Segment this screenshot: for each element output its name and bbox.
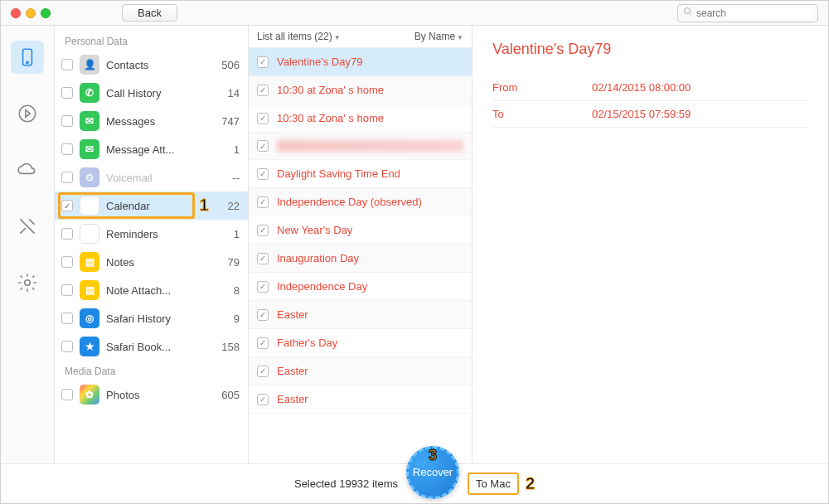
category-icon: ✉ xyxy=(80,111,99,131)
music-tab-icon[interactable] xyxy=(11,97,44,130)
detail-row: To02/15/2015 07:59:59 xyxy=(492,101,808,128)
category-reminders[interactable]: ≡Reminders1 xyxy=(55,220,248,248)
item-checkbox[interactable]: ✓ xyxy=(257,85,269,96)
item-checkbox[interactable]: ✓ xyxy=(257,281,269,293)
category-count: 158 xyxy=(210,341,240,353)
category-checkbox[interactable] xyxy=(61,87,73,99)
item-checkbox[interactable]: ✓ xyxy=(257,56,269,68)
category-count: 1 xyxy=(210,228,240,240)
list-item[interactable]: ✓Father's Day xyxy=(249,329,472,357)
list-item[interactable]: ✓ xyxy=(249,133,472,160)
category-count: -- xyxy=(210,172,240,184)
category-label: Messages xyxy=(106,115,203,128)
detail-key: To xyxy=(492,108,592,120)
detail-key: From xyxy=(492,81,592,94)
category-checkbox[interactable] xyxy=(61,313,73,324)
list-item[interactable]: ✓New Year's Day xyxy=(249,216,472,245)
item-checkbox[interactable]: ✓ xyxy=(257,168,269,180)
category-label: Message Att... xyxy=(106,143,203,156)
category-count: 747 xyxy=(210,115,240,128)
tools-tab-icon[interactable] xyxy=(11,210,44,243)
category-voicemail[interactable]: ⊙Voicemail-- xyxy=(55,163,248,191)
list-item[interactable]: ✓Easter xyxy=(249,385,472,414)
list-filter-dropdown[interactable]: List all items (22)▼ xyxy=(257,31,414,42)
search-input[interactable] xyxy=(696,7,812,19)
close-icon[interactable] xyxy=(11,8,21,18)
category-count: 8 xyxy=(210,284,240,297)
item-checkbox[interactable]: ✓ xyxy=(257,309,269,321)
category-contacts[interactable]: 👤Contacts506 xyxy=(55,51,248,79)
to-mac-dropdown[interactable]: To Mac xyxy=(468,472,519,495)
item-text: Easter xyxy=(277,365,308,377)
annotation-badge-2: 2 xyxy=(526,474,535,493)
list-item[interactable]: ✓Independence Day xyxy=(249,273,472,301)
category-messages[interactable]: ✉Messages747 xyxy=(55,107,248,135)
detail-value: 02/15/2015 07:59:59 xyxy=(592,108,691,120)
category-checkbox[interactable] xyxy=(61,115,73,127)
redacted-text xyxy=(277,140,463,152)
item-list-column: List all items (22)▼ By Name▼ ✓Valentine… xyxy=(249,26,473,463)
category-safari-book-[interactable]: ★Safari Book...158 xyxy=(55,332,248,361)
search-input-wrap[interactable] xyxy=(677,4,818,22)
category-checkbox[interactable] xyxy=(61,284,73,296)
category-label: Photos xyxy=(106,389,203,401)
category-count: 1 xyxy=(210,143,240,156)
device-tab-icon[interactable] xyxy=(11,41,44,74)
category-note-attach-[interactable]: ▤Note Attach...8 xyxy=(55,276,248,304)
category-checkbox[interactable] xyxy=(61,256,73,268)
item-checkbox[interactable]: ✓ xyxy=(257,225,269,236)
category-call-history[interactable]: ✆Call History14 xyxy=(55,79,248,107)
category-icon: ▤ xyxy=(80,280,99,300)
item-checkbox[interactable]: ✓ xyxy=(257,253,269,264)
category-count: 9 xyxy=(210,313,240,325)
list-item[interactable]: ✓Inauguration Day xyxy=(249,245,472,273)
detail-value: 02/14/2015 08:00:00 xyxy=(592,81,691,94)
list-header: List all items (22)▼ By Name▼ xyxy=(249,26,472,48)
item-text: Easter xyxy=(277,308,308,321)
list-item[interactable]: ✓Independence Day (observed) xyxy=(249,188,472,216)
svg-point-4 xyxy=(19,105,36,122)
category-calendar[interactable]: ✓3Calendar221 xyxy=(55,191,248,220)
category-checkbox[interactable] xyxy=(61,143,73,155)
category-checkbox[interactable] xyxy=(61,228,73,240)
list-item[interactable]: ✓10:30 at Zona' s home xyxy=(249,76,472,104)
list-item[interactable]: ✓Daylight Saving Time End xyxy=(249,160,472,188)
category-checkbox[interactable]: ✓ xyxy=(61,200,73,211)
item-checkbox[interactable]: ✓ xyxy=(257,366,269,377)
maximize-icon[interactable] xyxy=(41,8,51,18)
category-message-att-[interactable]: ✉Message Att...1 xyxy=(55,135,248,163)
item-text: Independence Day xyxy=(277,280,367,293)
list-sort-dropdown[interactable]: By Name▼ xyxy=(414,31,463,42)
category-label: Safari History xyxy=(106,313,203,325)
annotation-badge-1: 1 xyxy=(195,195,213,215)
item-text: New Year's Day xyxy=(277,224,352,236)
cloud-tab-icon[interactable] xyxy=(11,153,44,187)
list-item[interactable]: ✓Valentine's Day79 xyxy=(249,48,472,76)
list-item[interactable]: ✓Easter xyxy=(249,301,472,329)
back-button[interactable]: Back xyxy=(122,4,177,22)
list-item[interactable]: ✓10:30 at Zona' s home xyxy=(249,104,472,133)
list-item[interactable]: ✓Easter xyxy=(249,357,472,385)
item-checkbox[interactable]: ✓ xyxy=(257,113,269,124)
category-checkbox[interactable] xyxy=(61,341,73,352)
settings-tab-icon[interactable] xyxy=(11,266,44,299)
item-checkbox[interactable]: ✓ xyxy=(257,337,269,349)
item-checkbox[interactable]: ✓ xyxy=(257,394,269,405)
item-text: Father's Day xyxy=(277,337,337,349)
category-checkbox[interactable] xyxy=(61,59,73,70)
category-label: Calendar xyxy=(106,200,203,212)
detail-title: Valentine's Day79 xyxy=(492,41,808,58)
item-text: 10:30 at Zona' s home xyxy=(277,112,384,124)
category-checkbox[interactable] xyxy=(61,172,73,183)
category-sidebar: Personal Data👤Contacts506✆Call History14… xyxy=(55,26,249,463)
item-checkbox[interactable]: ✓ xyxy=(257,140,269,152)
category-checkbox[interactable] xyxy=(61,389,73,400)
recover-button[interactable]: 3 Recover xyxy=(406,446,459,499)
item-text: Daylight Saving Time End xyxy=(277,167,400,180)
category-photos[interactable]: ✿Photos605 xyxy=(55,380,248,409)
minimize-icon[interactable] xyxy=(26,8,36,18)
item-checkbox[interactable]: ✓ xyxy=(257,196,269,208)
category-safari-history[interactable]: ◎Safari History9 xyxy=(55,304,248,332)
category-notes[interactable]: ▤Notes79 xyxy=(55,248,248,276)
category-icon: ★ xyxy=(80,337,99,356)
